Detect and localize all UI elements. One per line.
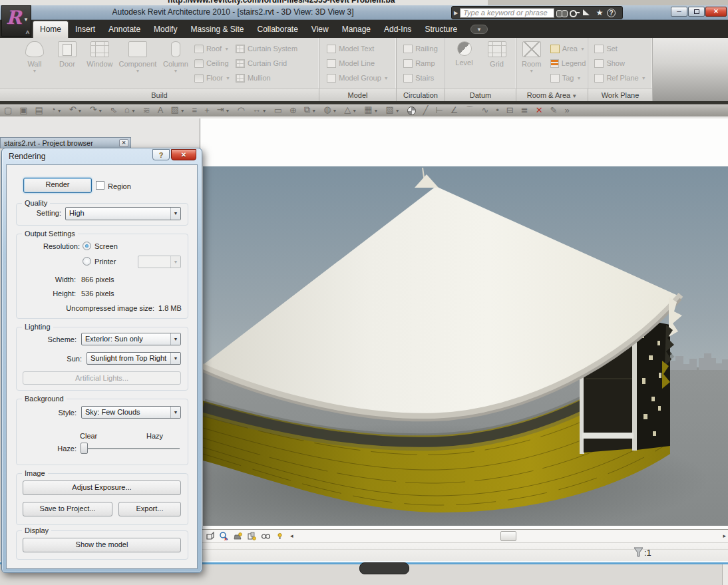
star-icon[interactable]: ★ (594, 8, 605, 17)
ribbon-button-curtain-system[interactable]: Curtain System (234, 42, 299, 55)
ribbon-button-window[interactable]: Window (85, 40, 115, 73)
ribbon-button-component[interactable]: Component▼ (117, 40, 158, 73)
move-icon[interactable]: + (204, 105, 210, 116)
detach-icon[interactable]: ⊟ (506, 105, 514, 116)
ribbon-button-column[interactable]: Column▼ (160, 40, 191, 73)
close-button[interactable]: ✕ (705, 7, 727, 17)
solid-sphere-icon[interactable]: ◍ ▼ (323, 104, 337, 116)
help-icon[interactable]: ? (607, 9, 616, 17)
sun-path-icon[interactable] (275, 531, 285, 541)
region-checkbox[interactable] (96, 181, 104, 190)
group-icon[interactable]: ⧉ ▼ (304, 104, 316, 116)
ribbon-button-room[interactable]: Room▼ (516, 40, 547, 73)
more-tools-icon[interactable]: » (564, 105, 569, 116)
tab-view[interactable]: View (305, 21, 335, 38)
sort-rows-icon[interactable]: ≣ (521, 105, 528, 116)
tab-annotate[interactable]: Annotate (102, 21, 147, 38)
ribbon-button-wall[interactable]: Wall▼ (19, 40, 50, 73)
minimize-button[interactable]: ─ (671, 7, 687, 17)
show-the-model-button[interactable]: Show the model (23, 538, 181, 552)
background-style-dropdown[interactable]: Sky: Few Clouds▼ (81, 406, 181, 419)
tab-manage[interactable]: Manage (335, 21, 377, 38)
render-button[interactable]: Render (23, 178, 92, 193)
default-3d-view-icon[interactable]: ⌂ ▼ (124, 104, 136, 116)
ribbon-button-set[interactable]: Set (592, 42, 647, 55)
orbit-3d-icon[interactable]: ◔ ▼ (51, 104, 62, 116)
ribbon-button-model-line[interactable]: Model Line (325, 57, 391, 70)
save-to-project-button[interactable]: Save to Project... (23, 502, 112, 516)
key-icon[interactable] (569, 8, 580, 17)
project-browser-titlebar[interactable]: stairs2.rvt - Project browser ✕ (0, 137, 131, 148)
undo-icon[interactable]: ↶ ▼ (69, 104, 83, 116)
point-icon[interactable]: • (496, 105, 499, 116)
tab-add-ins[interactable]: Add-Ins (377, 21, 418, 38)
search-input[interactable] (460, 8, 554, 18)
ribbon-button-ceiling[interactable]: Ceiling (192, 57, 232, 70)
screen-radio[interactable] (83, 242, 91, 250)
scrollbar-thumb[interactable] (500, 531, 516, 541)
massing-icon[interactable]: △ ▼ (344, 104, 357, 116)
measure-icon[interactable]: ↔ ▼ (252, 104, 267, 116)
scrollbar-right-arrow[interactable]: ▸ (723, 532, 726, 539)
visual-style-icon[interactable] (205, 531, 215, 541)
adjust-exposure-button[interactable]: Adjust Exposure... (23, 481, 181, 495)
ribbon-button-mullion[interactable]: Mullion (234, 71, 299, 85)
view-box-icon[interactable]: ▭ (274, 105, 282, 116)
open-file-icon[interactable]: ▣ (19, 105, 27, 116)
navigation-wheel-icon[interactable] (261, 531, 271, 541)
lighting-scheme-dropdown[interactable]: Exterior: Sun only▼ (81, 333, 181, 345)
close-hidden-windows-icon[interactable]: ✕ (536, 105, 543, 116)
restore-button[interactable] (688, 7, 705, 17)
arc-dimension-icon[interactable]: ⌒ (465, 105, 474, 116)
quality-setting-dropdown[interactable]: High▼ (65, 207, 181, 220)
angular-dimension-icon[interactable]: ∠ (451, 105, 458, 116)
tab-structure[interactable]: Structure (418, 21, 464, 38)
ribbon-button-legend[interactable]: Legend (548, 57, 588, 70)
fill-region-icon[interactable]: ▨ ▼ (170, 104, 184, 116)
tab-home[interactable]: Home (33, 21, 69, 38)
ribbon-button-railing[interactable]: Railing (401, 42, 440, 55)
haze-slider-track[interactable] (84, 448, 180, 449)
export-button[interactable]: Export... (118, 502, 181, 516)
show-rendering-dialog-icon[interactable] (233, 531, 243, 541)
printer-radio[interactable] (83, 257, 91, 266)
linear-dimension-icon[interactable]: ⊢ (435, 105, 443, 116)
zoom-icon[interactable]: x (219, 531, 229, 541)
sketch-pencil-icon[interactable]: ✎ (550, 105, 558, 116)
ribbon-button-door[interactable]: Door (52, 40, 83, 73)
shadows-icon[interactable] (247, 531, 257, 541)
rendered-3d-scene[interactable] (203, 166, 728, 526)
dialog-help-button[interactable]: ? (152, 149, 170, 160)
align-icon[interactable]: ≡ (192, 105, 198, 116)
save-icon[interactable]: ▤ (35, 105, 43, 116)
ribbon-button-curtain-grid[interactable]: Curtain Grid (234, 57, 299, 70)
search-expand-icon[interactable]: ▶ (454, 10, 458, 16)
ribbon-button-area[interactable]: Area▼ (548, 42, 588, 55)
binoculars-icon[interactable] (556, 8, 567, 17)
text-icon[interactable]: A (158, 105, 164, 116)
ribbon-button-tag[interactable]: Tag▼ (548, 71, 588, 85)
ribbon-button-grid[interactable]: Grid (482, 40, 512, 68)
ribbon-button-model-group[interactable]: Model Group▼ (325, 71, 391, 85)
tab-collaborate[interactable]: Collaborate (250, 21, 304, 38)
tab-massing-site[interactable]: Massing & Site (184, 21, 250, 38)
new-file-icon[interactable]: ▢ (4, 105, 12, 116)
render-gallery-icon[interactable]: ▧ ▼ (385, 104, 399, 116)
dialog-close-button[interactable]: ✕ (171, 149, 196, 160)
application-menu-button[interactable]: R ▼ A (1, 5, 31, 37)
ribbon-button-model-text[interactable]: Model Text (325, 42, 391, 55)
ribbon-state-toggle-button[interactable]: ▼ (470, 25, 488, 34)
ribbon-button-ref-plane[interactable]: Ref Plane▼ (592, 71, 647, 85)
printer-dpi-dropdown[interactable]: ▼ (138, 256, 181, 268)
offset-icon[interactable]: ⇥ ▼ (217, 104, 230, 116)
profile-icon[interactable]: ◠ (238, 105, 245, 116)
ribbon-button-ramp[interactable]: Ramp (401, 57, 440, 70)
render-icon[interactable] (407, 106, 416, 115)
artificial-lights-button[interactable]: Artificial Lights... (23, 371, 181, 385)
sun-position-dropdown[interactable]: Sunlight from Top Right▼ (87, 352, 181, 365)
haze-slider-thumb[interactable] (81, 443, 88, 454)
project-browser-close-button[interactable]: ✕ (119, 139, 128, 147)
tab-modify[interactable]: Modify (147, 21, 184, 38)
satellite-icon[interactable] (582, 8, 592, 17)
filter-indicator[interactable]: :1 (634, 547, 651, 558)
